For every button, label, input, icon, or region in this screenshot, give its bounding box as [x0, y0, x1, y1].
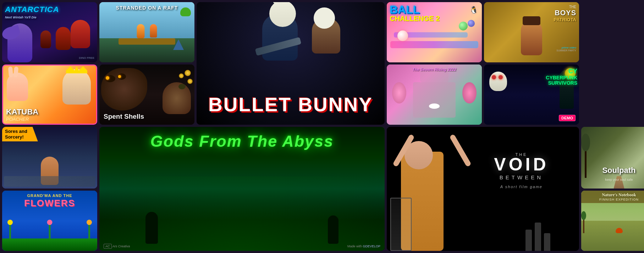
- card-cyberpunk[interactable]: CYCYBERPUNKSURVIVORS DEMO: [484, 64, 579, 125]
- antarctica-title: ANTARCTICA: [5, 5, 59, 14]
- grandma-line1: GRAND'MA AND THE: [24, 193, 75, 198]
- natures-sub: FINNISH EXPEDITION: [582, 198, 644, 201]
- cyberpunk-title: CYCYBERPUNKSURVIVORS: [546, 68, 577, 86]
- card-severn[interactable]: The Severn Rising 2222: [387, 64, 482, 125]
- boys-the: THE: [554, 5, 576, 9]
- severn-title: The Severn Rising 2222: [412, 67, 456, 72]
- soulpath-title: Soulpath: [602, 166, 635, 175]
- card-bullet-bunny[interactable]: BULLET BUNNY: [197, 2, 385, 125]
- boys-patriota: PATRIOTA: [554, 17, 576, 22]
- card-void[interactable]: THE VOID BETWEEN A short film game: [387, 127, 579, 251]
- card-boys[interactable]: THE BOYS PATRIOTA prime video SUMMER PAR…: [484, 2, 579, 62]
- card-sores[interactable]: Sores andSorcery!: [2, 127, 97, 189]
- soulpath-sub: keep your soul safe: [605, 178, 633, 181]
- antarctica-developer: DINO FREE: [79, 56, 94, 60]
- bullet-bunny-title: BULLET BUNNY: [208, 93, 373, 116]
- void-subtitle: A short film game: [473, 184, 569, 189]
- card-gods-abyss[interactable]: Gods From The Abyss AC Ars Creativa Made…: [99, 127, 385, 251]
- ball-title: BALL CHALLENGE 2: [390, 5, 440, 23]
- antarctica-subtitle: Next Wintah Ya'll Die: [5, 16, 37, 19]
- card-soulpath[interactable]: Soulpath keep your soul safe: [581, 127, 644, 189]
- void-main: VOID: [473, 156, 569, 172]
- gods-developer-right: Made with GDEVELOP: [347, 244, 380, 248]
- katuba-subtitle: POACHER: [6, 117, 38, 122]
- boys-title: BOYS: [554, 9, 576, 17]
- raft-title: STRANDED ON A RAFT: [116, 5, 178, 11]
- spent-shells-title: Spent Shells: [104, 113, 144, 120]
- card-raft[interactable]: STRANDED ON A RAFT: [99, 2, 194, 62]
- katuba-title: KATUBA: [6, 107, 38, 117]
- card-katuba[interactable]: KATUBA POACHER: [2, 64, 97, 125]
- card-grandma[interactable]: GRAND'MA AND THE FLOWERS: [2, 191, 97, 251]
- natures-title: Nature's Notebook: [582, 192, 644, 198]
- void-between: BETWEEN: [473, 174, 569, 180]
- cyberpunk-demo: DEMO: [559, 115, 576, 121]
- gods-title: Gods From The Abyss: [150, 132, 334, 151]
- sores-title: Sores andSorcery!: [2, 127, 38, 141]
- card-spent-shells[interactable]: Spent Shells: [99, 64, 194, 125]
- gods-developer-left: AC Ars Creativa: [104, 244, 130, 248]
- card-antarctica[interactable]: ANTARCTICA Next Wintah Ya'll Die DINO FR…: [2, 2, 97, 62]
- card-ball-challenge[interactable]: BALL CHALLENGE 2 🐧: [387, 2, 482, 62]
- game-grid: ANTARCTICA Next Wintah Ya'll Die DINO FR…: [0, 0, 644, 253]
- grandma-flowers: FLOWERS: [24, 198, 75, 209]
- card-natures[interactable]: Nature's Notebook FINNISH EXPEDITION: [581, 191, 644, 251]
